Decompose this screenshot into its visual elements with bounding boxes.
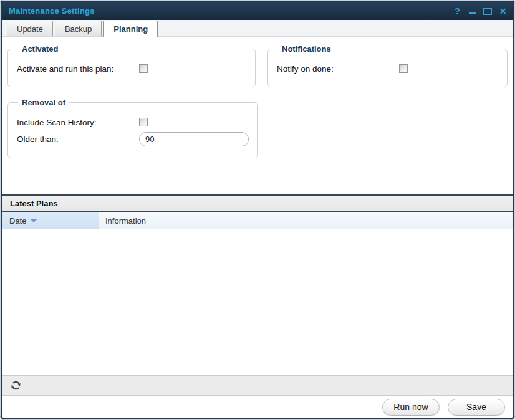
maintenance-settings-window: Maintenance Settings ? ✕ Update Backup P… [0, 0, 515, 420]
run-now-button[interactable]: Run now [382, 399, 440, 416]
older-than-label: Older than: [17, 135, 139, 144]
activate-plan-checkbox[interactable] [139, 64, 148, 73]
removal-legend: Removal of [18, 98, 69, 107]
notifications-legend: Notifications [278, 44, 335, 54]
latest-plans-header: Latest Plans [2, 194, 513, 212]
column-header-date[interactable]: Date [2, 212, 99, 229]
activated-legend: Activated [18, 44, 62, 54]
include-scan-history-label: Include Scan History: [17, 118, 139, 127]
maximize-button[interactable] [483, 6, 492, 16]
help-icon: ? [455, 7, 460, 16]
refresh-button[interactable] [9, 379, 22, 393]
include-scan-history-checkbox[interactable] [139, 118, 148, 126]
form-row: Include Scan History: [17, 115, 249, 130]
notify-on-done-label: Notify on done: [277, 64, 399, 74]
save-button[interactable]: Save [448, 399, 505, 416]
form-row: Notify on done: [277, 61, 498, 76]
plans-grid-header: Date Information [2, 212, 513, 229]
minimize-button[interactable] [468, 6, 476, 16]
minimize-icon [469, 12, 476, 14]
removal-fieldset: Removal of Include Scan History: Older t… [7, 98, 258, 158]
plans-grid-body[interactable] [2, 229, 513, 375]
tab-backup[interactable]: Backup [55, 21, 102, 36]
footer-button-bar: Run now Save [2, 396, 513, 418]
older-than-input[interactable] [139, 132, 249, 146]
title-bar[interactable]: Maintenance Settings ? ✕ [2, 2, 513, 20]
latest-plans-title: Latest Plans [10, 199, 58, 208]
window-title: Maintenance Settings [9, 6, 453, 16]
tab-update[interactable]: Update [7, 21, 53, 36]
fieldset-row: Activated Activate and run this plan: No… [7, 44, 508, 87]
plans-toolbar [2, 375, 513, 396]
window-controls: ? ✕ [453, 6, 507, 16]
information-column-label: Information [105, 216, 146, 226]
tab-planning[interactable]: Planning [103, 21, 158, 37]
activate-plan-label: Activate and run this plan: [17, 64, 139, 74]
help-button[interactable]: ? [453, 6, 461, 16]
sort-desc-icon [31, 219, 37, 222]
activated-fieldset: Activated Activate and run this plan: [7, 44, 256, 87]
planning-tab-panel: Activated Activate and run this plan: No… [2, 37, 513, 194]
close-icon: ✕ [499, 7, 507, 16]
maximize-icon [483, 8, 492, 15]
tab-bar: Update Backup Planning [2, 20, 513, 37]
column-header-information[interactable]: Information [99, 212, 513, 229]
notifications-fieldset: Notifications Notify on done: [267, 44, 508, 87]
form-row: Activate and run this plan: [17, 61, 246, 76]
form-row: Older than: [17, 131, 249, 146]
notify-on-done-checkbox[interactable] [399, 64, 408, 73]
refresh-icon [10, 379, 22, 391]
close-button[interactable]: ✕ [499, 6, 507, 16]
date-column-label: Date [9, 216, 26, 226]
